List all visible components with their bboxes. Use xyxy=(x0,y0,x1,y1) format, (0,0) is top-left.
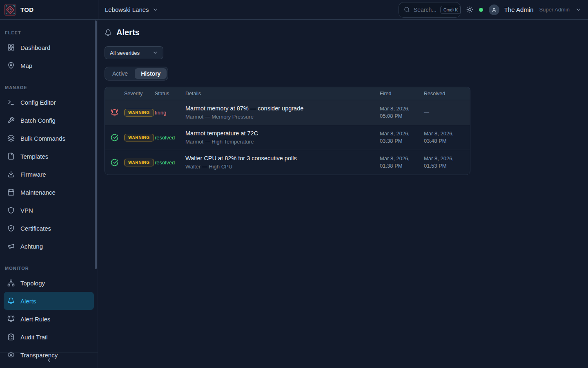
alert-subtitle: Marmot — High Temperature xyxy=(185,139,380,145)
sidebar-item-label: Batch Config xyxy=(20,117,56,124)
bell-ring-icon xyxy=(7,315,15,323)
fired-timestamp: Mar 8, 2026, 01:38 PM xyxy=(380,155,413,169)
brand: TOD xyxy=(0,0,98,19)
avatar[interactable] xyxy=(489,4,499,15)
topbar-main: Lebowski Lanes Search... Cmd+K The Admin… xyxy=(98,0,588,19)
sidebar-item-label: Achtung xyxy=(20,243,43,250)
status-text: firing xyxy=(155,110,185,116)
terminal-icon xyxy=(7,99,15,106)
sidebar-section-label-fleet: FLEET xyxy=(5,30,98,35)
layers-icon xyxy=(7,135,15,142)
page-title: Alerts xyxy=(116,28,140,37)
user-role: Super Admin xyxy=(539,7,570,13)
sidebar-item-label: Map xyxy=(20,62,32,69)
main-content: Alerts All severities ActiveHistory Seve… xyxy=(98,20,588,368)
alert-title: Walter CPU at 82% for 3 consecutive poll… xyxy=(185,155,380,162)
sidebar-item-batch-config[interactable]: Batch Config xyxy=(4,111,94,129)
sidebar-item-map[interactable]: Map xyxy=(4,56,94,74)
fired-timestamp: Mar 8, 2026, 05:08 PM xyxy=(380,105,413,119)
sidebar-item-alerts[interactable]: Alerts xyxy=(4,292,94,310)
clipboard-icon xyxy=(7,333,15,341)
alert-subtitle: Marmot — Memory Pressure xyxy=(185,114,380,120)
sidebar-item-label: Audit Trail xyxy=(20,334,48,341)
status-text: resolved xyxy=(155,135,185,141)
sidebar-item-audit-trail[interactable]: Audit Trail xyxy=(4,328,94,346)
sidebar-item-config-editor[interactable]: Config Editor xyxy=(4,93,94,111)
column-header-resolved: Resolved xyxy=(424,91,470,96)
user-name: The Admin xyxy=(504,6,534,13)
dashboard-icon xyxy=(7,44,15,51)
alert-row[interactable]: WARNINGfiringMarmot memory at 87% — cons… xyxy=(105,100,470,125)
sidebar-item-label: Dashboard xyxy=(20,44,50,51)
download-icon xyxy=(7,171,15,178)
sidebar-item-dashboard[interactable]: Dashboard xyxy=(4,38,94,56)
sun-icon xyxy=(466,6,473,13)
theme-toggle-button[interactable] xyxy=(466,6,473,13)
sidebar-section-label-manage: MANAGE xyxy=(5,85,98,90)
org-name: Lebowski Lanes xyxy=(105,6,149,13)
alert-subtitle: Walter — High CPU xyxy=(185,164,380,170)
topology-icon xyxy=(7,279,15,287)
sidebar-scrollbar[interactable] xyxy=(95,20,97,269)
check-circle-icon xyxy=(111,159,118,166)
sidebar-item-achtung[interactable]: Achtung xyxy=(4,237,94,255)
file-icon xyxy=(7,153,15,160)
alert-title: Marmot temperature at 72C xyxy=(185,130,380,137)
sidebar-collapse-button[interactable] xyxy=(0,352,98,368)
sidebar-item-label: Maintenance xyxy=(20,189,56,196)
search-shortcut-chip: Cmd+K xyxy=(440,6,461,14)
resolved-timestamp: Mar 8, 2026, 03:48 PM xyxy=(424,130,457,144)
column-header-fired: Fired xyxy=(380,91,424,96)
chevron-left-icon xyxy=(46,357,52,364)
search-placeholder: Search... xyxy=(414,7,437,13)
severity-badge: WARNING xyxy=(124,109,154,117)
sidebar-item-certificates[interactable]: Certificates xyxy=(4,219,94,237)
sidebar-item-firmware[interactable]: Firmware xyxy=(4,165,94,183)
search-icon xyxy=(404,7,410,13)
sidebar-section-label-monitor: MONITOR xyxy=(5,266,98,271)
sidebar-item-templates[interactable]: Templates xyxy=(4,147,94,165)
calendar-icon xyxy=(7,188,15,196)
sidebar-item-maintenance[interactable]: Maintenance xyxy=(4,183,94,201)
sidebar-item-topology[interactable]: Topology xyxy=(4,274,94,292)
tab-history[interactable]: History xyxy=(135,68,167,79)
resolved-timestamp: Mar 8, 2026, 01:53 PM xyxy=(424,155,457,169)
online-status-dot xyxy=(479,8,483,12)
sidebar-item-label: Alerts xyxy=(20,298,36,305)
severity-badge: WARNING xyxy=(124,134,154,141)
column-header-details: Details xyxy=(185,91,380,96)
sidebar-item-label: Templates xyxy=(20,153,48,160)
sidebar-item-label: Topology xyxy=(20,280,45,287)
brand-name: TOD xyxy=(20,6,33,13)
sidebar-item-label: Config Editor xyxy=(20,99,56,106)
user-menu-chevron[interactable] xyxy=(575,7,581,13)
map-pin-icon xyxy=(7,62,15,69)
column-header-status: Status xyxy=(155,91,185,96)
alert-row[interactable]: WARNINGresolvedWalter CPU at 82% for 3 c… xyxy=(105,150,470,175)
sidebar-item-vpn[interactable]: VPN xyxy=(4,201,94,219)
topbar: TOD Lebowski Lanes Search... Cmd+K xyxy=(0,0,588,20)
sidebar-item-label: VPN xyxy=(20,207,33,214)
column-header-severity: Severity xyxy=(124,91,155,96)
org-switcher[interactable]: Lebowski Lanes xyxy=(105,6,158,13)
alert-title: Marmot memory at 87% — consider upgrade xyxy=(185,105,380,112)
check-circle-icon xyxy=(111,134,118,141)
severity-filter-value: All severities xyxy=(110,50,140,56)
search-input[interactable]: Search... Cmd+K xyxy=(399,2,461,18)
sidebar: FLEETDashboardMapMANAGEConfig EditorBatc… xyxy=(0,20,98,368)
bell-icon xyxy=(7,297,15,305)
tab-active[interactable]: Active xyxy=(106,68,134,79)
tod-logo-icon xyxy=(4,4,16,16)
sidebar-item-alert-rules[interactable]: Alert Rules xyxy=(4,310,94,328)
bell-icon xyxy=(105,29,112,36)
sidebar-item-bulk-commands[interactable]: Bulk Commands xyxy=(4,129,94,147)
fired-timestamp: Mar 8, 2026, 03:38 PM xyxy=(380,130,413,144)
alerts-table: Severity Status Details Fired Resolved W… xyxy=(105,87,470,175)
sidebar-item-label: Alert Rules xyxy=(20,316,50,323)
megaphone-icon xyxy=(7,242,15,250)
shield-check-icon xyxy=(7,224,15,232)
chevron-down-icon xyxy=(152,7,158,13)
alert-row[interactable]: WARNINGresolvedMarmot temperature at 72C… xyxy=(105,125,470,150)
bell-ring-icon xyxy=(111,109,118,117)
severity-filter-select[interactable]: All severities xyxy=(105,46,163,59)
